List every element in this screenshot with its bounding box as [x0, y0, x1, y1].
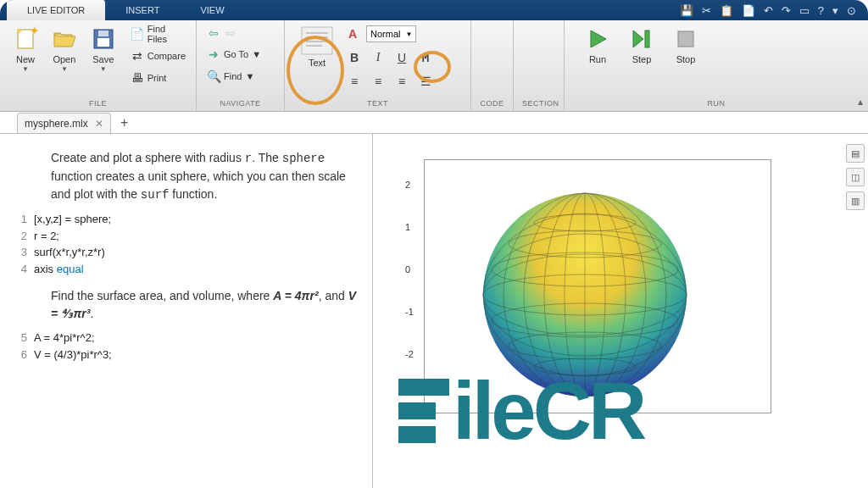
- paragraph-1: Create and plot a sphere with radius r. …: [10, 149, 362, 204]
- section-group-label: SECTION: [522, 97, 555, 111]
- stop-icon: [672, 25, 699, 53]
- step-label: Step: [632, 54, 652, 64]
- line-gutter: 56: [10, 330, 34, 363]
- code-block-1[interactable]: 1234 [x,y,z] = sphere; r = 2; surf(x*r,y…: [10, 211, 362, 277]
- open-folder-icon: [51, 25, 78, 53]
- save-disk-icon: [90, 25, 117, 53]
- ribbon-collapse-icon[interactable]: ▴: [858, 96, 863, 108]
- new-button[interactable]: ✦ New ▼: [8, 24, 42, 73]
- watermark-bars-icon: [398, 379, 449, 443]
- stop-button[interactable]: Stop: [666, 24, 705, 64]
- print-label: Print: [147, 73, 167, 83]
- arrow-right-icon: ⇨: [224, 26, 237, 40]
- navigate-group-label: NAVIGATE: [205, 97, 275, 111]
- ytick: -2: [405, 349, 414, 359]
- redo-icon[interactable]: ↷: [782, 4, 791, 17]
- save-button[interactable]: Save ▼: [86, 24, 120, 73]
- text-label: Text: [309, 58, 326, 68]
- svg-rect-6: [302, 27, 332, 54]
- list-icon[interactable]: ☰: [417, 73, 434, 90]
- svg-rect-13: [645, 30, 649, 47]
- new-file-icon: ✦: [12, 25, 39, 53]
- new-label: New: [16, 54, 35, 64]
- chevron-down-icon: ▼: [22, 65, 29, 73]
- save-icon[interactable]: 💾: [680, 4, 693, 17]
- tab-insert[interactable]: INSERT: [105, 0, 180, 20]
- save-label: Save: [92, 54, 114, 64]
- code-group-label: CODE: [480, 97, 504, 111]
- tab-live-editor[interactable]: LIVE EDITOR: [7, 0, 105, 20]
- ytick: 1: [405, 222, 410, 232]
- align-center-icon[interactable]: ≡: [370, 73, 387, 90]
- undo-icon[interactable]: ↶: [764, 4, 773, 17]
- compare-label: Compare: [147, 51, 186, 61]
- output-hidden-icon[interactable]: ▥: [846, 191, 865, 210]
- underline-button[interactable]: U: [393, 49, 410, 66]
- chevron-down-icon: ▼: [61, 65, 68, 73]
- print-button[interactable]: 🖶Print: [129, 68, 187, 88]
- find-files-button[interactable]: 📄Find Files: [129, 24, 187, 44]
- titlebar-quick-access: 💾 ✂ 📋 📄 ↶ ↷ ▭ ? ▾ ⊙: [680, 0, 868, 20]
- paste-icon[interactable]: 📄: [742, 4, 755, 17]
- ytick: 2: [405, 180, 410, 190]
- compare-icon: ⇄: [131, 49, 144, 63]
- help-icon[interactable]: ?: [818, 4, 824, 17]
- find-files-label: Find Files: [147, 24, 186, 44]
- style-value: Normal: [370, 29, 400, 39]
- align-right-icon[interactable]: ≡: [393, 73, 410, 90]
- step-icon: [628, 25, 655, 53]
- editor-pane[interactable]: Create and plot a sphere with radius r. …: [0, 134, 373, 488]
- chevron-down-icon: ▼: [245, 71, 254, 81]
- code-lines: A = 4*pi*r^2; V = (4/3)*pi*r^3;: [34, 330, 112, 363]
- goto-label: Go To: [224, 49, 248, 59]
- italic-button[interactable]: I: [370, 49, 387, 66]
- output-right-icon[interactable]: ◫: [846, 168, 865, 186]
- paragraph-2: Find the surface area, and volume, where…: [10, 287, 362, 323]
- run-button[interactable]: Run: [578, 24, 617, 64]
- svg-rect-5: [98, 30, 108, 36]
- text-group-label: TEXT: [293, 97, 462, 111]
- search-icon[interactable]: ⊙: [847, 4, 856, 17]
- align-left-icon[interactable]: ≡: [346, 73, 363, 90]
- chevron-down-icon: ▼: [100, 65, 107, 73]
- run-label: Run: [589, 54, 606, 64]
- open-button[interactable]: Open ▼: [47, 24, 81, 73]
- output-inline-icon[interactable]: ▤: [846, 144, 865, 163]
- chevron-down-icon[interactable]: ▾: [832, 4, 838, 17]
- document-tab-bar: mysphere.mlx ✕ +: [0, 112, 868, 134]
- code-block-2[interactable]: 56 A = 4*pi*r^2; V = (4/3)*pi*r^3;: [10, 330, 362, 363]
- cut-icon[interactable]: ✂: [702, 4, 711, 17]
- document-tab[interactable]: mysphere.mlx ✕: [17, 113, 111, 133]
- svg-text:✦: ✦: [30, 26, 38, 37]
- heading-icon[interactable]: A: [346, 27, 359, 41]
- goto-button[interactable]: ➜Go To▼: [205, 44, 263, 64]
- monospace-button[interactable]: M: [417, 49, 434, 66]
- step-button[interactable]: Step: [622, 24, 661, 64]
- file-group-label: FILE: [8, 97, 187, 111]
- bold-button[interactable]: B: [346, 49, 363, 66]
- chevron-down-icon: ▼: [405, 30, 412, 38]
- text-button[interactable]: Text: [293, 24, 341, 68]
- tab-view[interactable]: VIEW: [180, 0, 244, 20]
- close-tab-icon[interactable]: ✕: [95, 118, 103, 130]
- layout-icon[interactable]: ▭: [799, 4, 810, 17]
- find-label: Find: [224, 71, 242, 81]
- style-dropdown[interactable]: Normal▼: [366, 25, 416, 42]
- ytick: 0: [405, 264, 410, 274]
- run-play-icon: [584, 25, 611, 53]
- ytick: -1: [405, 307, 414, 317]
- compare-button[interactable]: ⇄Compare: [129, 46, 187, 66]
- svg-marker-12: [633, 30, 643, 47]
- add-tab-button[interactable]: +: [114, 113, 135, 133]
- watermark-text: ileCR: [453, 364, 643, 458]
- ribbon-toolbar: ✦ New ▼ Open ▼ Save ▼ 📄Find Files ⇄Compa…: [0, 20, 868, 112]
- arrow-left-icon: ⇦: [207, 26, 220, 40]
- nav-back-forward[interactable]: ⇦⇨: [205, 24, 263, 42]
- svg-rect-14: [678, 31, 693, 47]
- run-group-label: RUN: [573, 97, 860, 111]
- code-lines: [x,y,z] = sphere; r = 2; surf(x*r,y*r,z*…: [34, 211, 111, 277]
- copy-icon[interactable]: 📋: [720, 4, 733, 17]
- output-layout-icons: ▤ ◫ ▥: [846, 144, 865, 210]
- goto-icon: ➜: [207, 47, 220, 61]
- find-button[interactable]: 🔍Find▼: [205, 66, 263, 86]
